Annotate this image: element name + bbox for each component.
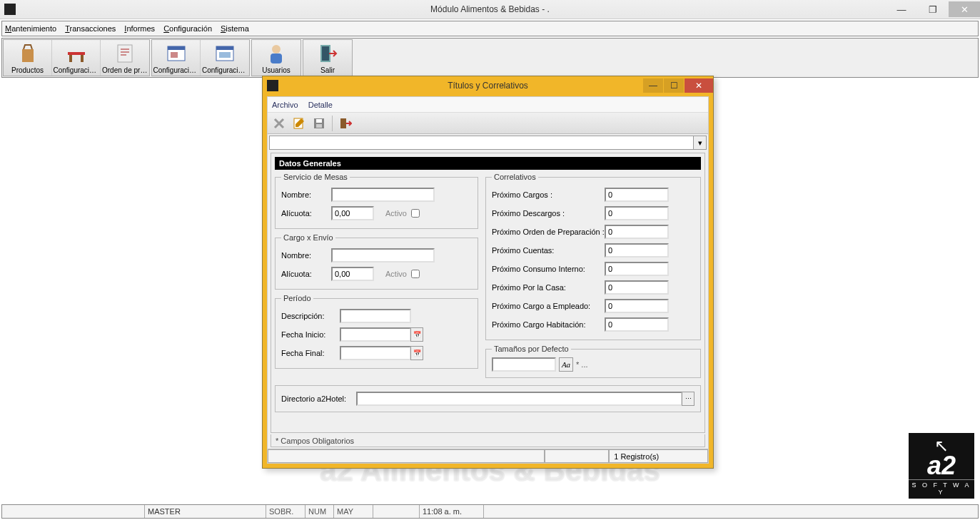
input-correl-0[interactable] xyxy=(605,188,669,202)
toolbar-config-1[interactable]: Configuración d... xyxy=(152,40,201,76)
label-periodo-desc: Descripción: xyxy=(281,312,340,320)
modal-minimize-button[interactable]: — xyxy=(643,78,663,93)
window-icon xyxy=(165,42,188,65)
input-correl-2[interactable] xyxy=(605,225,669,239)
label-correl-1: Próximo Descargos : xyxy=(492,209,605,218)
modal-menu-detalle[interactable]: Detalle xyxy=(308,101,333,109)
input-mesas-nombre[interactable] xyxy=(331,188,435,202)
input-periodo-final[interactable] xyxy=(340,346,411,360)
status-cell-sobr: SOBR. xyxy=(266,505,305,518)
label-envio-alicuota: Alícuota: xyxy=(281,270,331,278)
input-correl-3[interactable] xyxy=(605,243,669,258)
modal-close-button[interactable]: ✕ xyxy=(685,78,713,93)
main-titlebar: Módulo Alimentos & Bebidas - . — ❐ ✕ xyxy=(0,0,980,19)
note-icon xyxy=(113,42,136,65)
modal-status-cell-2 xyxy=(545,449,609,463)
status-cell-time: 11:08 a. m. xyxy=(420,505,484,518)
menu-sistema[interactable]: Sistema xyxy=(221,24,249,33)
input-periodo-desc[interactable] xyxy=(340,309,411,323)
app-icon xyxy=(4,4,16,15)
save-icon xyxy=(313,117,325,130)
label-correl-0: Próximo Cargos : xyxy=(492,190,605,199)
fieldset-cargo-envio: Cargo x Envío Nombre: Alícuota: Activo xyxy=(275,233,478,290)
menu-transacciones[interactable]: Transacciones xyxy=(65,24,116,33)
toolbar-config-mesas[interactable]: Configuración d... xyxy=(52,40,101,76)
menu-mantenimiento[interactable]: Mantenimiento xyxy=(5,24,56,33)
label-correl-3: Próximo Cuentas: xyxy=(492,246,605,255)
input-correl-1[interactable] xyxy=(605,206,669,220)
label-mesas-alicuota: Alícuota: xyxy=(281,209,331,218)
font-picker-button[interactable]: Aa xyxy=(559,357,573,372)
checkbox-envio-activo[interactable] xyxy=(411,270,420,278)
modal-edit-button[interactable] xyxy=(291,115,308,132)
browse-folder-button[interactable]: ⋯ xyxy=(682,392,694,406)
input-correl-5[interactable] xyxy=(605,280,669,295)
input-correl-7[interactable] xyxy=(605,317,669,332)
main-menu: Mantenimiento Transacciones Informes Con… xyxy=(1,21,979,36)
svg-rect-3 xyxy=(81,55,84,62)
svg-rect-0 xyxy=(22,49,34,62)
menu-informes[interactable]: Informes xyxy=(124,24,155,33)
modal-maximize-button[interactable]: ☐ xyxy=(664,78,684,93)
input-envio-alicuota[interactable] xyxy=(331,267,374,281)
label-directorio: Directorio a2Hotel: xyxy=(281,394,356,403)
fieldset-servicio-mesas: Servicio de Mesas Nombre: Alícuota: Acti… xyxy=(275,173,478,229)
input-correl-4[interactable] xyxy=(605,262,669,276)
date-picker-icon[interactable]: 📅 xyxy=(410,346,423,360)
modal-status-registros: 1 Registro(s) xyxy=(609,449,708,463)
door-exit-icon xyxy=(339,117,352,130)
svg-rect-17 xyxy=(316,119,322,123)
input-correl-6[interactable] xyxy=(605,299,669,313)
modal-selector[interactable]: ▾ xyxy=(268,134,708,151)
main-maximize-button[interactable]: ❐ xyxy=(917,1,949,17)
modal-titulos-correlativos: Títulos y Correlativos — ☐ ✕ Archivo Det… xyxy=(262,76,714,469)
modal-status-cell-1 xyxy=(268,449,545,463)
label-correl-5: Próximo Por la Casa: xyxy=(492,283,605,292)
modal-titlebar: Títulos y Correlativos — ☐ ✕ xyxy=(263,76,713,95)
status-cell-num: NUM xyxy=(305,505,334,518)
label-periodo-final: Fecha Final: xyxy=(281,349,340,357)
toolbar-salir[interactable]: Salir xyxy=(303,40,352,76)
legend-envio: Cargo x Envío xyxy=(281,233,335,242)
legend-mesas: Servicio de Mesas xyxy=(281,173,350,181)
fieldset-periodo: Período Descripción: Fecha Inicio: 📅 xyxy=(275,294,478,369)
label-correl-7: Próximo Cargo Habitación: xyxy=(492,320,605,329)
logo-subtext: S O F T W A Y xyxy=(909,479,974,496)
legend-tamanos: Tamaños por Defecto xyxy=(492,345,571,353)
svg-rect-2 xyxy=(69,55,72,62)
menu-configuracion[interactable]: Configuración xyxy=(163,24,212,33)
modal-toolbar xyxy=(268,113,708,134)
delete-icon xyxy=(273,117,286,130)
fieldset-correlativos: Correlativos Próximo Cargos :Próximo Des… xyxy=(485,173,701,340)
date-picker-icon[interactable]: 📅 xyxy=(410,327,423,342)
label-periodo-inicio: Fecha Inicio: xyxy=(281,330,340,339)
legend-periodo: Período xyxy=(281,294,313,302)
main-minimize-button[interactable]: — xyxy=(886,1,917,17)
input-periodo-inicio[interactable] xyxy=(340,327,411,342)
label-correl-6: Próximo Cargo a Empleado: xyxy=(492,302,605,310)
main-statusbar: MASTER SOBR. NUM MAY 11:08 a. m. xyxy=(1,504,979,519)
toolbar-productos[interactable]: Productos xyxy=(4,40,52,76)
svg-rect-6 xyxy=(168,46,185,50)
toolbar-orden-preparacion[interactable]: Orden de prepar... xyxy=(101,40,149,76)
input-mesas-alicuota[interactable] xyxy=(331,206,374,220)
checkbox-mesas-activo[interactable] xyxy=(411,209,420,218)
modal-title: Títulos y Correlativos xyxy=(448,81,528,91)
toolbar-usuarios[interactable]: Usuarios xyxy=(252,40,300,76)
modal-content: Datos Generales Servicio de Mesas Nombre… xyxy=(271,153,705,433)
modal-exit-button[interactable] xyxy=(337,115,354,132)
label-envio-activo: Activo xyxy=(385,270,407,278)
input-envio-nombre[interactable] xyxy=(331,248,435,262)
main-close-button[interactable]: ✕ xyxy=(949,1,980,17)
modal-save-button[interactable] xyxy=(310,115,328,132)
modal-statusbar: 1 Registro(s) xyxy=(268,449,708,463)
input-tamano[interactable] xyxy=(492,357,556,372)
toolbar-config-2[interactable]: Configuración d... xyxy=(201,40,249,76)
main-toolbar: Productos Configuración d... Orden de pr… xyxy=(1,38,979,78)
modal-delete-button[interactable] xyxy=(271,115,288,132)
modal-menu-archivo[interactable]: Archivo xyxy=(272,101,298,109)
svg-rect-7 xyxy=(171,52,178,58)
input-directorio[interactable] xyxy=(356,392,682,406)
svg-point-11 xyxy=(272,45,281,53)
logo-brand: a2 xyxy=(927,456,956,476)
